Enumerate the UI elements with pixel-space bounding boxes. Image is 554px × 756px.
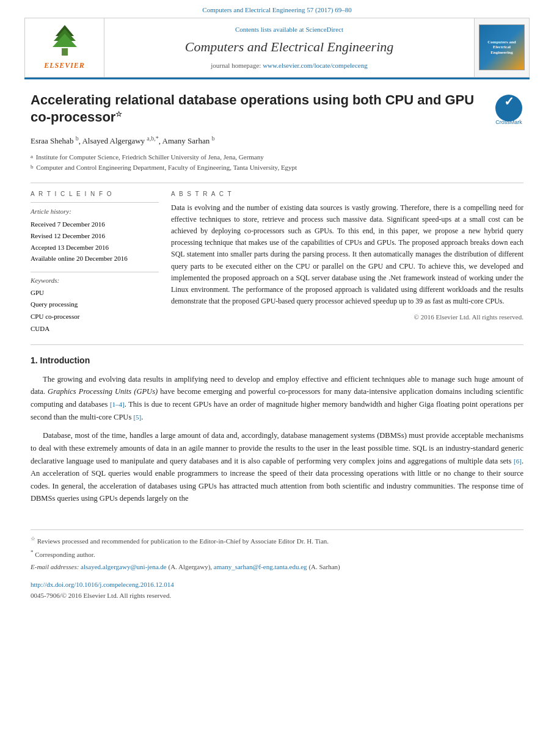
footnote-corresponding: * Corresponding author.: [31, 548, 523, 559]
abstract-heading: A B S T R A C T: [171, 189, 523, 198]
elsevier-logo: ELSEVIER: [40, 24, 89, 71]
separator-2: [31, 344, 523, 345]
abstract-text: Data is evolving and the number of exist…: [171, 202, 523, 308]
svg-text:✓: ✓: [504, 95, 514, 108]
info-abstract-columns: A R T I C L E I N F O Article history: R…: [31, 189, 523, 335]
journal-title: Computers and Electrical Engineering: [185, 37, 394, 57]
available-date: Available online 20 December 2016: [31, 253, 159, 264]
svg-text:CrossMark: CrossMark: [495, 119, 522, 125]
received-date: Received 7 December 2016: [31, 219, 159, 230]
homepage-line: journal homepage: www.elsevier.com/locat…: [211, 60, 367, 71]
email-2-link[interactable]: amany_sarhan@f-eng.tanta.edu.eg: [214, 563, 307, 570]
keywords-section: Keywords: GPU Query processing CPU co-pr…: [31, 272, 159, 335]
keyword-2: Query processing: [31, 299, 159, 311]
email-1-link[interactable]: alsayed.algergawy@uni-jena.de: [81, 563, 167, 570]
article-title: Accelerating relational database operati…: [31, 92, 494, 126]
keyword-1: GPU: [31, 287, 159, 299]
affiliations: a Institute for Computer Science, Friedr…: [31, 152, 523, 173]
authors-line: Esraa Shehab b, Alsayed Algergawy a,b,*,…: [31, 134, 523, 147]
journal-title-area: Contents lists available at ScienceDirec…: [104, 18, 474, 77]
accepted-date: Accepted 13 December 2016: [31, 242, 159, 253]
footnote-area: ☆ Reviews processed and recommended for …: [31, 529, 523, 572]
doi-link[interactable]: http://dx.doi.org/10.1016/j.compeleceng.…: [31, 581, 174, 588]
crossmark-badge[interactable]: ✓ CrossMark: [494, 95, 523, 124]
author-1: Esraa Shehab b: [31, 136, 79, 145]
copyright-notice: © 2016 Elsevier Ltd. All rights reserved…: [171, 312, 523, 322]
sciencedirect-link[interactable]: ScienceDirect: [305, 26, 343, 33]
introduction-section: 1. Introduction The growing and evolving…: [31, 354, 523, 505]
svg-rect-0: [62, 48, 68, 56]
contents-available: Contents lists available at ScienceDirec…: [235, 24, 343, 35]
footnote-star: ☆ Reviews processed and recommended for …: [31, 535, 523, 546]
keyword-4: CUDA: [31, 323, 159, 335]
author-3: Amany Sarhan b: [162, 136, 215, 145]
intro-paragraph-1: The growing and evolving data results in…: [31, 373, 523, 424]
article-info-column: A R T I C L E I N F O Article history: R…: [31, 189, 159, 335]
rights-text: 0045-7906/© 2016 Elsevier Ltd. All right…: [31, 591, 523, 601]
affiliation-b: b Computer and Control Engineering Depar…: [31, 162, 523, 173]
affiliation-a: a Institute for Computer Science, Friedr…: [31, 152, 523, 163]
journal-cover-thumb: Computers andElectricalEngineering: [479, 24, 525, 70]
author-2: Alsayed Algergawy a,b,*: [82, 136, 158, 145]
abstract-column: A B S T R A C T Data is evolving and the…: [171, 189, 523, 335]
revised-date: Revised 12 December 2016: [31, 230, 159, 242]
citation-bar: Computers and Electrical Engineering 57 …: [0, 0, 554, 18]
history-label: Article history:: [31, 206, 159, 217]
footnote-emails: E-mail addresses: alsayed.algergawy@uni-…: [31, 562, 523, 572]
article-title-section: Accelerating relational database operati…: [31, 92, 523, 126]
crossmark-icon: ✓ CrossMark: [494, 95, 523, 128]
journal-thumbnail-area: Computers andElectricalEngineering: [474, 18, 529, 77]
journal-header: ELSEVIER Contents lists available at Sci…: [24, 18, 530, 78]
emails-label: E-mail addresses:: [31, 563, 79, 570]
citation-text: Computers and Electrical Engineering 57 …: [202, 6, 351, 13]
keywords-label: Keywords:: [31, 275, 159, 286]
doi-area: http://dx.doi.org/10.1016/j.compeleceng.…: [0, 577, 554, 606]
article-content: Accelerating relational database operati…: [0, 79, 554, 518]
intro-paragraph-2: Database, most of the time, handles a la…: [31, 429, 523, 505]
elsevier-tree-icon: [40, 24, 89, 57]
article-info-heading: A R T I C L E I N F O: [31, 189, 159, 198]
homepage-link[interactable]: www.elsevier.com/locate/compeleceng: [263, 62, 368, 69]
article-history: Article history: Received 7 December 201…: [31, 202, 159, 264]
intro-title: 1. Introduction: [31, 354, 523, 367]
publisher-logo-area: ELSEVIER: [25, 18, 104, 77]
separator-1: [31, 183, 523, 183]
keyword-3: CPU co-processor: [31, 311, 159, 323]
keywords-list: GPU Query processing CPU co-processor CU…: [31, 287, 159, 335]
elsevier-wordmark: ELSEVIER: [44, 60, 85, 71]
